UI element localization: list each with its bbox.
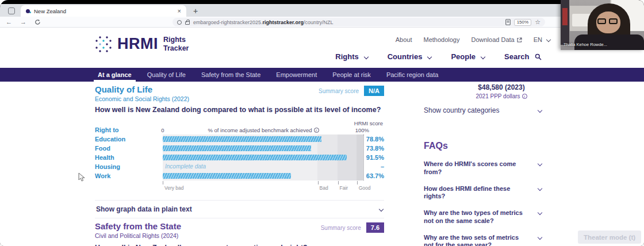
nav-countries[interactable]: Countries bbox=[388, 52, 432, 61]
chart-header: Right to 0 % of income adjusted benchmar… bbox=[95, 118, 384, 134]
bar-work[interactable] bbox=[163, 173, 291, 179]
faq-item[interactable]: Why are the two types of metrics not on … bbox=[424, 209, 542, 225]
qol-summary-score: Summary score N/A bbox=[319, 86, 384, 96]
tab-overview-icon[interactable] bbox=[8, 7, 15, 14]
info-icon[interactable]: i bbox=[522, 94, 527, 99]
mouse-cursor bbox=[78, 172, 85, 182]
webcam-person-glasses bbox=[597, 18, 619, 25]
qol-subtitle: Economic and Social Rights (2022) bbox=[95, 95, 384, 102]
tab-quality-of-life[interactable]: Quality of Life bbox=[147, 68, 186, 82]
logo-subtext: RightsTracker bbox=[163, 36, 189, 52]
bookmark-star-icon[interactable]: ☆ bbox=[535, 19, 540, 25]
utility-methodology[interactable]: Methodology bbox=[424, 36, 460, 43]
hrmi-logo[interactable]: HRMI RightsTracker bbox=[95, 35, 189, 53]
forward-button[interactable]: → bbox=[20, 19, 26, 25]
faq-question: How does HRMI define these rights? bbox=[424, 185, 526, 201]
right-to-education[interactable]: Education bbox=[95, 136, 163, 143]
browser-chrome: New Zealand × + ← → embargoed-rightstrac… bbox=[0, 4, 644, 28]
bar-health[interactable] bbox=[163, 155, 347, 160]
axis-label-very-bad: Very bad bbox=[163, 185, 184, 191]
chevron-down-icon bbox=[538, 235, 542, 239]
hrmi-score-housing: – bbox=[364, 163, 384, 170]
info-icon[interactable]: i bbox=[314, 128, 319, 133]
site-favicon-icon bbox=[26, 9, 30, 13]
axis-label-fair: Fair bbox=[338, 185, 348, 191]
axis-tick bbox=[357, 181, 358, 184]
chevron-down-icon bbox=[481, 54, 485, 59]
faq-item[interactable]: Where do HRMI's scores come from? bbox=[424, 160, 542, 176]
qol-question: How well is New Zealand doing compared t… bbox=[95, 106, 384, 114]
url-text[interactable]: embargoed-rightstracker2025.rightstracke… bbox=[193, 20, 502, 25]
income-value: $48,580 (2023) bbox=[424, 83, 579, 91]
right-to-housing[interactable]: Housing bbox=[95, 163, 163, 170]
faq-title: FAQs bbox=[424, 141, 581, 151]
chart-axis: Very badBadFairGood bbox=[163, 180, 364, 194]
tab-close-icon[interactable]: × bbox=[178, 8, 181, 14]
tab-at-a-glance[interactable]: At a glance bbox=[98, 68, 132, 82]
axis-title: % of income adjusted benchmark achievedi bbox=[163, 127, 364, 133]
country-report-column: Quality of Life Economic and Social Righ… bbox=[95, 82, 384, 246]
bar-education[interactable] bbox=[163, 136, 321, 142]
nav-people[interactable]: People bbox=[451, 52, 485, 61]
nav-rights[interactable]: Rights bbox=[335, 52, 367, 61]
theater-mode-button[interactable]: Theater mode (t) bbox=[578, 230, 641, 244]
chevron-down-icon bbox=[538, 108, 542, 113]
right-to-work[interactable]: Work bbox=[95, 172, 163, 179]
benchmark-chart: Right to 0 % of income adjusted benchmar… bbox=[95, 118, 384, 194]
hrmi-score-work: 63.7% bbox=[364, 172, 384, 179]
tab-empowerment[interactable]: Empowerment bbox=[276, 68, 317, 82]
main-content: Quality of Life Economic and Social Righ… bbox=[0, 82, 644, 246]
utility-download-data[interactable]: Download Data bbox=[471, 36, 522, 43]
axis-label-bad: Bad bbox=[318, 185, 328, 191]
language-selector[interactable]: EN bbox=[534, 36, 550, 43]
plain-text-toggle[interactable]: Show graph data in plain text bbox=[95, 200, 384, 218]
hrmi-logo-dots-icon bbox=[95, 36, 112, 53]
right-to-food[interactable]: Food bbox=[95, 145, 163, 152]
chevron-down-icon bbox=[363, 54, 368, 59]
faq-item[interactable]: How does HRMI define these rights? bbox=[424, 185, 542, 201]
zoom-level-badge[interactable]: 150% bbox=[514, 19, 531, 26]
chart-row: Health91.5% bbox=[95, 153, 384, 162]
faq-item[interactable]: Why are the two sets of metrics not for … bbox=[424, 234, 542, 246]
back-button[interactable]: ← bbox=[6, 19, 12, 25]
shield-icon[interactable] bbox=[177, 20, 182, 25]
nav-search[interactable]: Search bbox=[504, 52, 542, 61]
primary-nav: RightsCountriesPeopleSearch bbox=[335, 52, 542, 61]
sidebar: $48,580 (2023) 2021 PPP dollarsi Show co… bbox=[424, 82, 581, 246]
show-country-categories-toggle[interactable]: Show country categories bbox=[424, 106, 542, 114]
chart-rows: Education78.8%Food73.8%Health91.5%Housin… bbox=[95, 134, 384, 180]
tab-strip: New Zealand × + bbox=[0, 4, 644, 17]
tab-safety-from-the-state[interactable]: Safety from the State bbox=[201, 68, 260, 82]
utility-about[interactable]: About bbox=[396, 36, 412, 43]
chart-row: Education78.8% bbox=[95, 134, 384, 144]
income-note: 2021 PPP dollarsi bbox=[424, 93, 579, 99]
axis-tick bbox=[163, 181, 163, 184]
hrmi-score-education: 78.8% bbox=[364, 136, 384, 143]
browser-tab[interactable]: New Zealand × bbox=[21, 5, 186, 17]
url-row: ← → embargoed-rightstracker2025.rightstr… bbox=[0, 17, 644, 28]
reader-mode-icon[interactable] bbox=[505, 19, 511, 25]
reload-icon[interactable] bbox=[34, 19, 41, 25]
chevron-down-icon bbox=[379, 207, 384, 212]
logo-text: HRMI bbox=[117, 35, 158, 53]
safety-summary-score: Summary score 7.6 bbox=[321, 222, 384, 233]
axis-label-good: Good bbox=[357, 185, 371, 191]
url-field[interactable]: embargoed-rightstracker2025.rightstracke… bbox=[172, 18, 545, 26]
safety-score-badge: 7.6 bbox=[366, 222, 384, 233]
tab-pacific-region-data[interactable]: Pacific region data bbox=[386, 68, 439, 82]
faq-question: Why are the two types of metrics not on … bbox=[424, 209, 526, 225]
qol-section-header: Quality of Life Economic and Social Righ… bbox=[95, 84, 384, 102]
right-to-health[interactable]: Health bbox=[95, 154, 163, 161]
page: HRMI RightsTracker AboutMethodologyDownl… bbox=[0, 28, 644, 246]
qol-score-badge: N/A bbox=[364, 86, 384, 96]
faq-question: Why are the two sets of metrics not for … bbox=[424, 234, 526, 246]
tab-people-at-risk[interactable]: People at risk bbox=[332, 68, 371, 82]
search-icon bbox=[535, 53, 542, 60]
lock-icon bbox=[185, 21, 190, 25]
chart-body: Education78.8%Food73.8%Health91.5%Housin… bbox=[95, 134, 384, 180]
bar-food[interactable] bbox=[163, 145, 311, 151]
webcam-poster bbox=[562, 8, 568, 25]
webcam-overlay[interactable]: Thalia Kehoe Rowde... bbox=[561, 0, 644, 50]
utility-nav: AboutMethodologyDownload DataEN bbox=[396, 36, 550, 43]
new-tab-button[interactable]: + bbox=[193, 7, 198, 14]
